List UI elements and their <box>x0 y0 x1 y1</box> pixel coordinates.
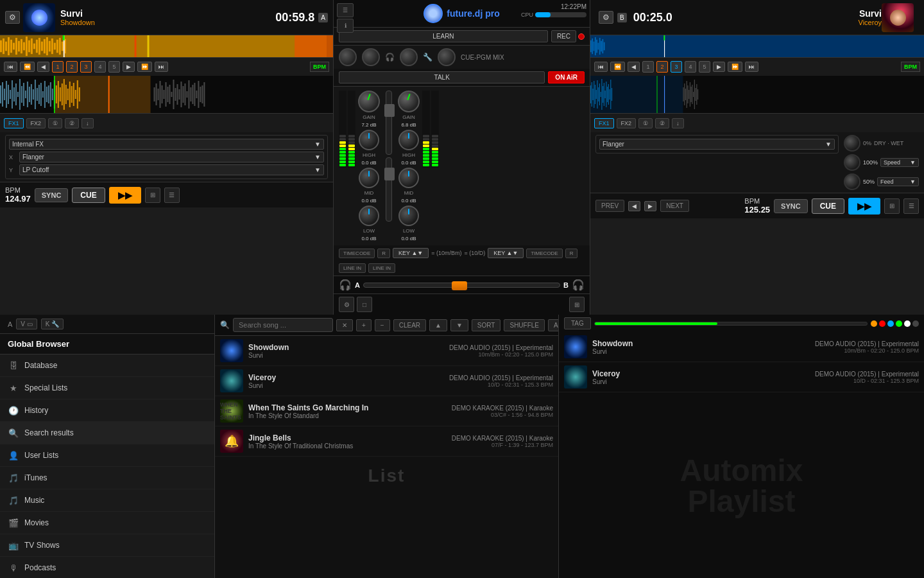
deck-b-fx-num2[interactable]: ② <box>655 118 669 128</box>
deck-b-speed-knob[interactable] <box>844 154 860 171</box>
deck-b-hotcue-4[interactable]: 4 <box>685 61 696 73</box>
deck-a-hotcue-1[interactable]: 1 <box>52 61 64 73</box>
mixer-headphone-knob[interactable] <box>362 48 380 66</box>
deck-a-settings-btn[interactable]: ⚙ <box>5 11 20 24</box>
sidebar-item-movies[interactable]: 🎬 Movies <box>0 512 214 534</box>
add-btn[interactable]: + <box>356 319 372 331</box>
deck-b-hotcue-3[interactable]: 3 <box>671 61 682 73</box>
deck-a-nudge-back[interactable]: ◀ <box>37 62 49 72</box>
tag-btn[interactable]: TAG <box>564 317 591 329</box>
mid-a-knob[interactable] <box>359 168 379 188</box>
deck-a-list-btn[interactable]: ☰ <box>164 188 180 203</box>
low-a-knob[interactable] <box>359 206 379 226</box>
deck-a-goto-end[interactable]: ⏭ <box>155 62 168 72</box>
mixer-onair-btn[interactable]: ON AiR <box>548 71 585 83</box>
deck-b-goto-end[interactable]: ⏭ <box>745 62 758 72</box>
sidebar-item-tv-shows[interactable]: 📺 TV Shows <box>0 534 214 557</box>
automix-song-row-2[interactable]: Viceroy Survi DEMO AUDIO (2015) | Experi… <box>559 362 924 392</box>
deck-a-nudge-fwd[interactable]: ▶ <box>123 62 135 72</box>
deck-a-fwd[interactable]: ⏩ <box>137 62 152 72</box>
arrow-up-btn[interactable]: ▲ <box>429 319 447 331</box>
mixer-info-btn[interactable]: ℹ <box>337 19 354 33</box>
mixer-fx-knob[interactable] <box>438 48 456 66</box>
deck-b-next-arrow[interactable]: ▶ <box>644 201 656 211</box>
deck-b-fx2-btn[interactable]: FX2 <box>617 118 637 128</box>
mixer-rec-btn[interactable]: REC <box>551 30 576 42</box>
automix-song-row-1[interactable]: Showdown Survi DEMO AUDIO (2015) | Exper… <box>559 332 924 362</box>
deck-b-fx-num1[interactable]: ① <box>638 118 653 128</box>
mixer-grid-btn[interactable]: ⊞ <box>569 297 585 312</box>
k-btn[interactable]: K 🔧 <box>41 319 64 329</box>
mixer-view-btn[interactable]: □ <box>357 297 372 312</box>
deck-b-hotcue-5[interactable]: 5 <box>699 61 710 73</box>
arrow-down-btn[interactable]: ▼ <box>450 319 468 331</box>
deck-a-waveform-big[interactable] <box>0 76 333 113</box>
deck-a-fx-y-select[interactable]: LP Cutoff▼ <box>19 164 324 175</box>
deck-b-nudge-back[interactable]: ◀ <box>628 62 640 72</box>
r-a-btn[interactable]: R <box>377 249 390 258</box>
high-b-knob[interactable] <box>398 130 419 150</box>
sidebar-item-music[interactable]: 🎵 Music <box>0 489 214 512</box>
deck-a-waveform-overview[interactable] <box>0 35 333 58</box>
deck-b-list-btn[interactable]: ☰ <box>903 198 919 214</box>
deck-b-prev-btn[interactable]: PREV <box>595 200 624 212</box>
deck-a-fx-num2[interactable]: ② <box>65 118 79 128</box>
sidebar-item-podcasts[interactable]: 🎙 Podcasts <box>0 557 214 578</box>
sidebar-item-search-results[interactable]: 🔍 Search results <box>0 422 214 444</box>
r-b-btn[interactable]: R <box>565 249 578 258</box>
mixer-talk-btn[interactable]: TALK <box>339 71 545 83</box>
gain-a-knob[interactable] <box>358 91 380 112</box>
deck-a-play-btn[interactable]: ▶▶ <box>109 187 141 204</box>
deck-a-fx-x-select[interactable]: Flanger▼ <box>19 152 324 162</box>
mixer-cue-knob[interactable] <box>339 48 357 66</box>
deck-a-hotcue-2[interactable]: 2 <box>66 61 78 73</box>
deck-a-hotcue-3[interactable]: 3 <box>80 61 92 73</box>
song-row-3[interactable]: WHEN THE SAINTS When The Saints Go March… <box>215 396 558 426</box>
key-b-btn[interactable]: KEY ▲▼ <box>488 248 524 258</box>
deck-b-settings-btn[interactable]: ⚙ <box>599 11 613 24</box>
sidebar-item-history[interactable]: 🕐 History <box>0 399 214 422</box>
crossfader-handle[interactable] <box>452 281 467 290</box>
gain-b-knob[interactable] <box>398 91 420 112</box>
deck-a-fx1-btn[interactable]: FX1 <box>4 118 24 128</box>
deck-b-feed-knob[interactable] <box>844 173 860 190</box>
mixer-settings-btn[interactable]: ⚙ <box>339 297 354 312</box>
deck-a-back[interactable]: ⏪ <box>20 62 35 72</box>
deck-b-fwd[interactable]: ⏩ <box>728 62 742 72</box>
sidebar-item-user-lists[interactable]: 👤 User Lists <box>0 444 214 467</box>
headphone-a-btn[interactable]: 🎧 <box>339 279 352 291</box>
deck-a-fx-num1[interactable]: ① <box>48 118 62 128</box>
fader-b[interactable] <box>386 157 392 222</box>
deck-b-cue-btn[interactable]: CUE <box>812 198 844 214</box>
low-b-knob[interactable] <box>398 206 419 226</box>
song-row-2[interactable]: Viceroy Survi DEMO AUDIO (2015) | Experi… <box>215 366 558 396</box>
sidebar-item-database[interactable]: 🗄 Database <box>0 355 214 377</box>
deck-b-feed-select[interactable]: Feed▼ <box>877 177 919 186</box>
timecode-a-btn[interactable]: TIMECODE <box>339 249 375 258</box>
search-clear-btn[interactable]: ✕ <box>336 319 353 331</box>
deck-b-waveform-overview[interactable] <box>590 35 924 58</box>
mixer-headphone-icon[interactable]: 🎧 <box>385 53 395 62</box>
vol-a-btn[interactable]: V ▭ <box>16 319 37 329</box>
deck-b-speed-select[interactable]: Speed▼ <box>880 158 919 167</box>
deck-b-waveform-big[interactable] <box>590 76 924 113</box>
mid-b-knob[interactable] <box>398 168 419 188</box>
high-a-knob[interactable] <box>359 130 379 150</box>
linein-b-btn[interactable]: LINE IN <box>368 263 395 273</box>
mixer-hamburger-btn[interactable]: ☰ <box>337 3 354 17</box>
deck-b-sync-btn[interactable]: SYNC <box>774 199 808 213</box>
linein-a-btn[interactable]: LINE IN <box>339 263 366 273</box>
mixer-headphone-knob2[interactable] <box>400 48 418 66</box>
fader-b-handle[interactable] <box>384 168 395 180</box>
mixer-learn-btn[interactable]: LEARN <box>339 30 548 42</box>
mixer-headphone2-icon[interactable]: 🔧 <box>423 53 432 62</box>
headphone-b-btn[interactable]: 🎧 <box>572 279 585 291</box>
deck-b-back[interactable]: ⏪ <box>610 62 625 72</box>
deck-b-fx-internal-select[interactable]: Flanger▼ <box>599 139 835 150</box>
remove-btn[interactable]: − <box>375 319 390 331</box>
timecode-b-btn[interactable]: TIMECODE <box>526 249 562 258</box>
song-row-4[interactable]: 🔔 Jingle Bells In The Style Of Tradition… <box>215 426 558 457</box>
fader-a[interactable] <box>386 91 392 155</box>
key-a-btn[interactable]: KEY ▲▼ <box>393 248 429 258</box>
deck-a-hotcue-5[interactable]: 5 <box>108 61 120 73</box>
